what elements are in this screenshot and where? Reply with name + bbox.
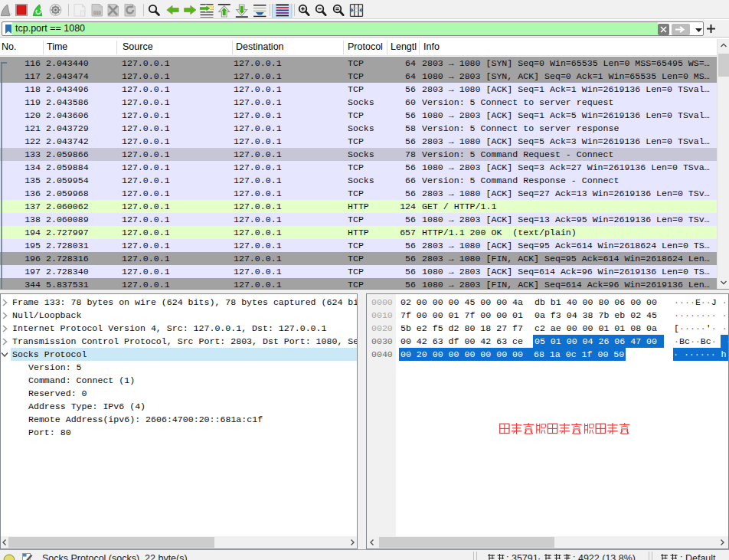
svg-text:010: 010 [93, 11, 100, 15]
